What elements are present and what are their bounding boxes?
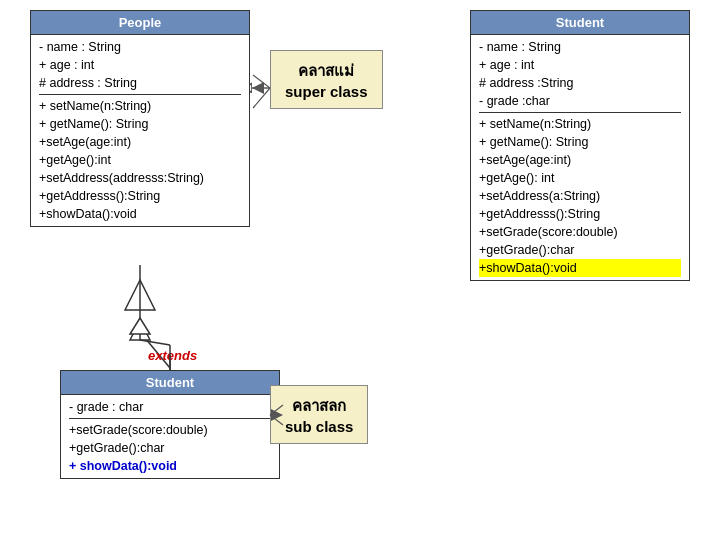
svg-marker-13	[130, 318, 150, 334]
student-box-bottom: Student - grade : char +setGrade(score:d…	[60, 370, 280, 479]
svg-line-14	[253, 88, 270, 108]
people-field-age: + age : int	[39, 56, 241, 74]
people-method-getage: +getAge():int	[39, 151, 241, 169]
st-method-getaddress: +getAddresss():String	[479, 205, 681, 223]
people-method-getname: + getName(): String	[39, 115, 241, 133]
svg-marker-5	[125, 280, 155, 310]
st-method-getage: +getAge(): int	[479, 169, 681, 187]
student-bottom-fields: - grade : char +setGrade(score:double) +…	[61, 395, 279, 478]
student-bottom-header: Student	[61, 371, 279, 395]
sb-field-grade: - grade : char	[69, 398, 271, 416]
people-fields: - name : String + age : int # address : …	[31, 35, 249, 226]
st-divider	[479, 112, 681, 113]
svg-line-15	[253, 75, 270, 88]
callout-sub-line2: sub class	[285, 418, 353, 435]
callout-super-line2: super class	[285, 83, 368, 100]
st-method-setname: + setName(n:String)	[479, 115, 681, 133]
callout-super-line1: คลาสแม่	[285, 59, 368, 83]
st-method-getname: + getName(): String	[479, 133, 681, 151]
people-box: People - name : String + age : int # add…	[30, 10, 250, 227]
people-field-name: - name : String	[39, 38, 241, 56]
st-method-setaddress: +setAddress(a:String)	[479, 187, 681, 205]
sb-method-setgrade: +setGrade(score:double)	[69, 421, 271, 439]
sb-method-showdata: + showData():void	[69, 457, 271, 475]
people-method-setage: +setAge(age:int)	[39, 133, 241, 151]
people-header: People	[31, 11, 249, 35]
callout-sub: คลาสลก sub class	[270, 385, 368, 444]
people-method-getaddress: +getAddresss():String	[39, 187, 241, 205]
st-method-showdata: +showData():void	[479, 259, 681, 277]
student-box-top: Student - name : String + age : int # ad…	[470, 10, 690, 281]
people-method-setname: + setName(n:String)	[39, 97, 241, 115]
callout-sub-line1: คลาสลก	[285, 394, 353, 418]
student-top-header: Student	[471, 11, 689, 35]
sb-divider	[69, 418, 271, 419]
st-field-name: - name : String	[479, 38, 681, 56]
people-method-showdata: +showData():void	[39, 205, 241, 223]
st-method-getgrade: +getGrade():char	[479, 241, 681, 259]
svg-line-11	[140, 340, 170, 345]
people-divider	[39, 94, 241, 95]
st-method-setage: +setAge(age:int)	[479, 151, 681, 169]
svg-marker-9	[130, 320, 150, 340]
extends-label: extends	[148, 348, 197, 363]
sb-method-getgrade: +getGrade():char	[69, 439, 271, 457]
svg-marker-16	[252, 82, 264, 94]
st-field-grade: - grade :char	[479, 92, 681, 110]
st-field-address: # address :String	[479, 74, 681, 92]
callout-super: คลาสแม่ super class	[270, 50, 383, 109]
people-field-address: # address : String	[39, 74, 241, 92]
people-method-setaddress: +setAddress(addresss:String)	[39, 169, 241, 187]
student-top-fields: - name : String + age : int # address :S…	[471, 35, 689, 280]
st-method-setgrade: +setGrade(score:double)	[479, 223, 681, 241]
st-field-age: + age : int	[479, 56, 681, 74]
